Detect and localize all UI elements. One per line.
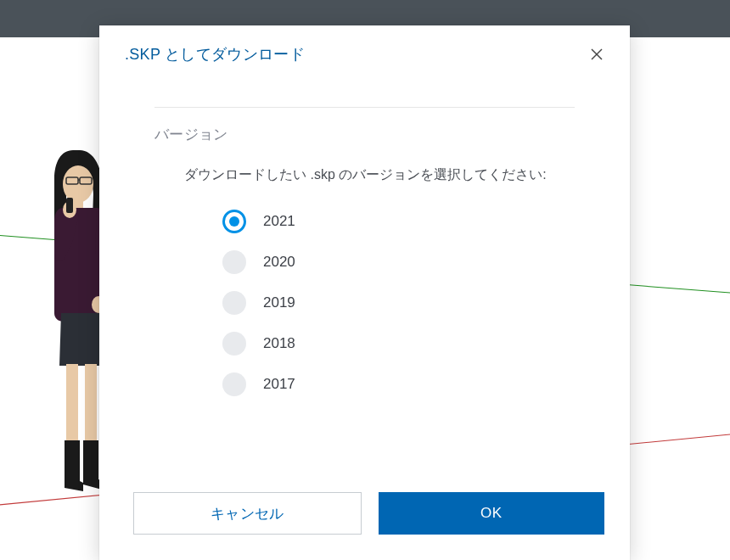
version-section-label: バージョン xyxy=(154,125,575,144)
radio-label: 2019 xyxy=(263,294,295,311)
version-option-2017[interactable]: 2017 xyxy=(222,372,575,396)
radio-icon xyxy=(222,291,246,315)
close-button[interactable] xyxy=(589,47,604,62)
radio-icon xyxy=(222,210,246,233)
dialog-body: バージョン ダウンロードしたい .skp のバージョンを選択してください: 20… xyxy=(99,108,630,475)
radio-label: 2017 xyxy=(263,376,295,393)
dialog-header: .SKP としてダウンロード xyxy=(99,25,630,73)
version-option-2021[interactable]: 2021 xyxy=(222,210,575,233)
svg-rect-9 xyxy=(85,364,97,445)
version-option-2019[interactable]: 2019 xyxy=(222,291,575,315)
version-instruction: ダウンロードしたい .skp のバージョンを選択してください: xyxy=(154,163,575,188)
version-option-2018[interactable]: 2018 xyxy=(222,332,575,356)
svg-rect-8 xyxy=(66,364,78,445)
radio-label: 2021 xyxy=(263,213,295,230)
ok-button[interactable]: OK xyxy=(379,492,605,535)
radio-icon xyxy=(222,332,246,356)
dialog-footer: キャンセル OK xyxy=(99,475,630,560)
version-option-2020[interactable]: 2020 xyxy=(222,250,575,274)
download-skp-dialog: .SKP としてダウンロード バージョン ダウンロードしたい .skp のバージ… xyxy=(99,25,630,560)
radio-label: 2018 xyxy=(263,335,295,352)
radio-label: 2020 xyxy=(263,254,295,271)
close-icon xyxy=(590,48,604,61)
svg-rect-6 xyxy=(66,198,73,213)
radio-icon xyxy=(222,250,246,274)
dialog-title: .SKP としてダウンロード xyxy=(125,44,305,64)
version-radio-group: 2021 2020 2019 2018 2017 xyxy=(154,210,575,396)
radio-icon xyxy=(222,372,246,396)
cancel-button[interactable]: キャンセル xyxy=(133,492,362,535)
